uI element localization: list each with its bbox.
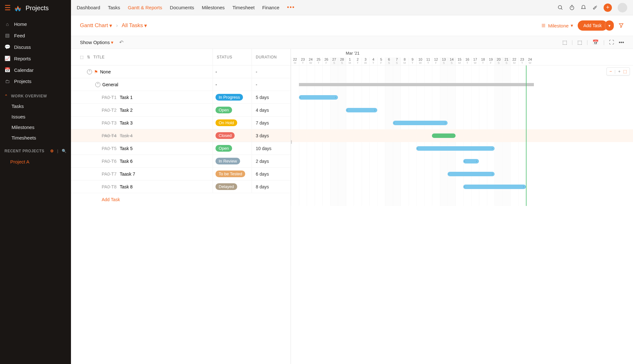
gantt-bar[interactable]: ‹› [463, 159, 479, 163]
crumb-all-tasks[interactable]: All Tasks ▾ [122, 22, 147, 29]
status-badge[interactable]: In Progress [215, 94, 243, 101]
more-icon[interactable]: ••• [619, 40, 624, 45]
bar-handle-left[interactable]: ‹ [394, 121, 396, 125]
nav-discuss[interactable]: 💬Discuss [0, 41, 71, 53]
collapse-icon[interactable]: ⌃ [87, 69, 92, 74]
nav-projects[interactable]: 🗀Projects [0, 76, 71, 87]
collapse-icon[interactable]: ⌃ [95, 82, 100, 87]
group-row-general[interactable]: ⌃ General - - [71, 78, 291, 91]
view-icon-2[interactable]: ⬚ [577, 39, 582, 45]
nav-reports[interactable]: 📈Reports [0, 53, 71, 64]
timer-icon[interactable] [569, 5, 575, 11]
gantt-bar[interactable]: ‹› [346, 108, 377, 112]
nav-tasks[interactable]: Tasks [0, 101, 71, 111]
zoom-fit-icon[interactable]: ⬚ [623, 69, 627, 74]
add-task-split-button[interactable]: ▾ [605, 20, 614, 31]
app-name: Projects [26, 4, 49, 12]
col-status-header[interactable]: STATUS [213, 49, 252, 65]
bar-handle-left[interactable]: ‹ [347, 109, 349, 112]
tab-milestones[interactable]: Milestones [202, 0, 225, 15]
show-options-dropdown[interactable]: Show Options ▾ [80, 40, 113, 45]
add-task-link[interactable]: Add Task [71, 193, 291, 206]
filter-icon[interactable] [618, 23, 624, 28]
tab-timesheet[interactable]: Timesheet [232, 0, 254, 15]
bar-handle-left[interactable]: ‹ [417, 147, 419, 150]
nav-calendar[interactable]: 📅Calendar [0, 64, 71, 76]
recent-project-a[interactable]: Project A [0, 156, 71, 167]
gantt-timeline[interactable]: Mar '21 22M23T24W25T26F27S28S1M2T3W4T5F6… [291, 49, 633, 364]
gantt-bar[interactable]: ‹› [416, 146, 495, 151]
add-button[interactable]: + [604, 4, 612, 12]
col-title-header[interactable]: ⬚ ⇅ TITLE [71, 49, 213, 65]
nav-feed[interactable]: ▤Feed [0, 30, 71, 41]
nav-issues[interactable]: Issues [0, 111, 71, 122]
col-duration-header[interactable]: DURATION [252, 49, 291, 65]
logo-icon [14, 4, 22, 12]
tab-gantt-reports[interactable]: Gantt & Reports [128, 0, 162, 15]
fullscreen-icon[interactable]: ⛶ [609, 40, 614, 45]
bar-handle-right[interactable]: › [492, 172, 494, 176]
tab-tasks[interactable]: Tasks [108, 0, 120, 15]
undo-icon[interactable]: ↶ [119, 39, 123, 45]
task-name: Task 1 [120, 95, 132, 100]
splitter-handle[interactable]: ⦚ [290, 138, 293, 146]
task-row[interactable]: PA0-T6Task 6In Review2 days [71, 155, 291, 168]
add-task-button[interactable]: Add Task [578, 20, 607, 31]
status-badge[interactable]: Open [215, 145, 232, 152]
status-badge[interactable]: On Hold [215, 119, 237, 126]
task-row[interactable]: PA0-T4Task 4Closed3 days [71, 129, 291, 142]
bar-handle-right[interactable]: › [476, 160, 478, 163]
bell-icon[interactable] [581, 5, 586, 11]
task-row[interactable]: PA0-T8Task 8Delayed8 days [71, 180, 291, 193]
zoom-in-icon[interactable]: + [618, 69, 621, 74]
milestone-dropdown[interactable]: Milestone ▾ [541, 23, 573, 28]
zoom-out-icon[interactable]: − [609, 69, 612, 74]
tab-documents[interactable]: Documents [170, 0, 194, 15]
status-badge[interactable]: Open [215, 107, 232, 113]
bar-handle-left[interactable]: ‹ [464, 160, 466, 163]
timeline-row: ‹› [291, 104, 633, 117]
gantt-bar[interactable]: ‹› [448, 172, 495, 176]
search-icon[interactable]: 🔍 [62, 149, 67, 153]
day-column: 20S [495, 57, 503, 65]
status-badge[interactable]: In Review [215, 158, 240, 164]
group-row-none[interactable]: ⌃ ⚑ None - - [71, 65, 291, 78]
view-icon-1[interactable]: ⬚ [562, 39, 567, 45]
calendar-view-icon[interactable]: 📅 [592, 39, 599, 45]
group-bar[interactable] [299, 83, 534, 86]
work-overview-header[interactable]: ⌃ WORK OVERVIEW [0, 89, 71, 101]
hamburger-icon[interactable]: ☰ [4, 4, 11, 12]
bar-handle-left[interactable]: ‹ [464, 185, 466, 188]
search-icon[interactable] [558, 5, 563, 11]
bar-handle-right[interactable]: › [492, 147, 494, 150]
nav-timesheets[interactable]: Timesheets [0, 133, 71, 143]
bar-handle-left[interactable]: ‹ [449, 172, 450, 176]
task-row[interactable]: PA0-T1Task 1In Progress5 days [71, 91, 291, 104]
crumb-gantt-chart[interactable]: Gantt Chart ▾ [80, 22, 112, 29]
status-badge[interactable]: To be Tested [215, 171, 245, 177]
settings-icon[interactable]: ⚙ [50, 149, 54, 153]
tab-dashboard[interactable]: Dashboard [77, 0, 100, 15]
bar-handle-right[interactable]: › [445, 121, 447, 125]
task-row[interactable]: PA0-T7Taask 7To be Tested6 days [71, 168, 291, 180]
task-row[interactable]: PA0-T2Task 2Open4 days [71, 104, 291, 117]
status-badge[interactable]: Delayed [215, 183, 237, 190]
nav-milestones[interactable]: Milestones [0, 122, 71, 133]
status-badge[interactable]: Closed [215, 132, 235, 139]
gantt-bar[interactable] [432, 133, 456, 138]
task-row[interactable]: PA0-T3Task 3On Hold7 days [71, 117, 291, 129]
bar-handle-left[interactable]: ‹ [300, 96, 302, 99]
tools-icon[interactable] [592, 5, 598, 11]
tab-finance[interactable]: Finance [262, 0, 279, 15]
gantt-bar[interactable]: ‹› [393, 121, 448, 125]
tab-more-icon[interactable]: ••• [287, 4, 295, 11]
bar-handle-right[interactable]: › [523, 185, 525, 188]
bar-handle-right[interactable]: › [374, 109, 376, 112]
gantt-bar[interactable]: ‹› [299, 95, 338, 100]
bar-handle-right[interactable]: › [335, 96, 337, 99]
discuss-icon: 💬 [4, 44, 10, 50]
task-row[interactable]: PA0-T5Task 5Open10 days [71, 142, 291, 155]
avatar[interactable] [618, 3, 627, 12]
nav-home[interactable]: ⌂Home [0, 19, 71, 30]
gantt-bar[interactable]: ‹› [463, 185, 526, 189]
